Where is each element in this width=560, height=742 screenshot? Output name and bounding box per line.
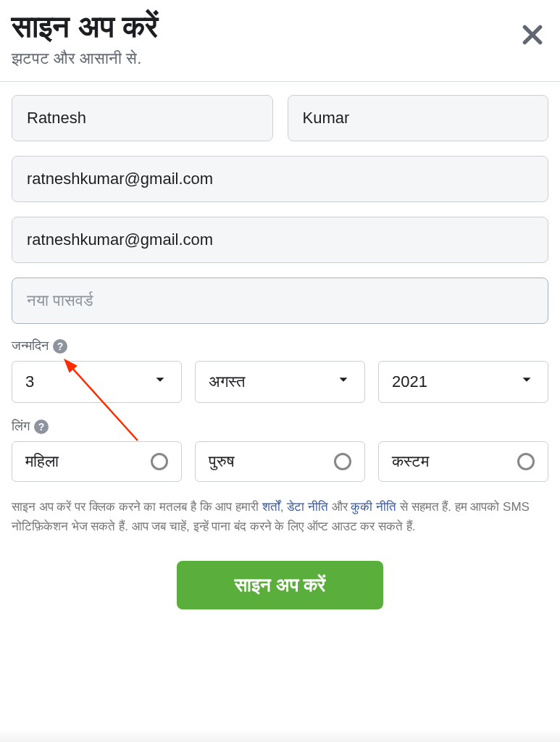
- terms-link[interactable]: शर्तों: [262, 500, 280, 514]
- chevron-down-icon: [335, 372, 351, 392]
- signup-header: साइन अप करें झटपट और आसानी से.: [0, 0, 560, 82]
- close-icon[interactable]: [521, 23, 544, 46]
- gender-option-male[interactable]: पुरुष: [195, 441, 365, 482]
- email-field[interactable]: [12, 156, 548, 202]
- dob-label-text: जन्मदिन: [12, 338, 49, 354]
- gender-option-label: महिला: [25, 452, 59, 471]
- gender-label-text: लिंग: [12, 419, 30, 434]
- email-input[interactable]: [27, 170, 533, 188]
- dob-month-value: अगस्त: [209, 372, 245, 391]
- chevron-down-icon: [152, 372, 168, 392]
- terms-sep: और: [328, 500, 351, 514]
- first-name-field[interactable]: [12, 95, 273, 141]
- terms-sep: ,: [280, 500, 287, 514]
- submit-row: साइन अप करें: [0, 561, 560, 609]
- terms-text: साइन अप करें पर क्लिक करने का मतलब है कि…: [0, 498, 560, 536]
- gender-option-label: पुरुष: [209, 452, 235, 471]
- gender-option-custom[interactable]: कस्टम: [378, 441, 548, 482]
- dob-label: जन्मदिन ?: [12, 338, 548, 354]
- signup-button[interactable]: साइन अप करें: [177, 561, 383, 609]
- radio-icon: [334, 453, 351, 470]
- gender-label: लिंग ?: [12, 419, 548, 434]
- page-title: साइन अप करें: [12, 9, 548, 45]
- gender-option-female[interactable]: महिला: [12, 441, 182, 482]
- gender-row: महिला पुरुष कस्टम: [12, 441, 548, 482]
- data-policy-link[interactable]: डेटा नीति: [287, 500, 328, 514]
- last-name-field[interactable]: [288, 95, 549, 141]
- help-icon[interactable]: ?: [34, 420, 49, 434]
- dob-row: 3 अगस्त 2021: [12, 361, 548, 403]
- email-confirm-field[interactable]: [12, 217, 548, 263]
- chevron-down-icon: [519, 372, 535, 392]
- radio-icon: [151, 453, 168, 470]
- radio-icon: [517, 453, 535, 470]
- signup-form: जन्मदिन ? 3 अगस्त 2021 लिंग ? महिला पुरु…: [0, 82, 560, 482]
- gender-option-label: कस्टम: [392, 452, 429, 471]
- cookie-policy-link[interactable]: कुकी नीति: [351, 500, 396, 514]
- terms-prefix: साइन अप करें पर क्लिक करने का मतलब है कि…: [12, 500, 262, 514]
- password-input[interactable]: [27, 291, 533, 310]
- dob-day-value: 3: [25, 372, 34, 391]
- dob-month-select[interactable]: अगस्त: [195, 361, 365, 403]
- help-icon[interactable]: ?: [53, 339, 67, 354]
- first-name-input[interactable]: [27, 109, 258, 128]
- last-name-input[interactable]: [303, 109, 534, 128]
- dob-year-value: 2021: [392, 372, 427, 391]
- email-confirm-input[interactable]: [27, 230, 533, 249]
- page-subtitle: झटपट और आसानी से.: [12, 49, 548, 68]
- bottom-divider: [0, 729, 560, 742]
- password-field[interactable]: [12, 278, 548, 324]
- dob-day-select[interactable]: 3: [12, 361, 182, 403]
- dob-year-select[interactable]: 2021: [378, 361, 548, 403]
